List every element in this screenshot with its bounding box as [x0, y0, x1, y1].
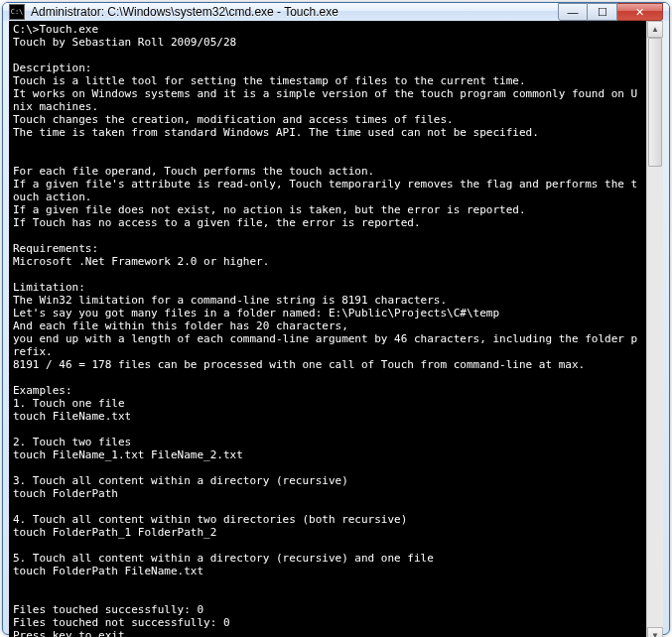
console-area: C:\>Touch.exe Touch by Sebastian Roll 20… — [9, 21, 663, 637]
vertical-scrollbar[interactable]: ▲ ▼ — [646, 21, 663, 637]
maximize-button[interactable]: ☐ — [588, 3, 617, 21]
close-button[interactable]: ✕ — [617, 3, 663, 21]
window-controls: — ☐ ✕ — [558, 3, 663, 21]
scroll-track[interactable] — [647, 38, 663, 627]
console-output[interactable]: C:\>Touch.exe Touch by Sebastian Roll 20… — [9, 21, 646, 637]
titlebar[interactable]: C:\ Administrator: C:\Windows\system32\c… — [3, 3, 669, 21]
scroll-up-button[interactable]: ▲ — [647, 21, 663, 38]
cmd-icon: C:\ — [9, 4, 25, 20]
window-title: Administrator: C:\Windows\system32\cmd.e… — [31, 5, 558, 19]
scroll-down-button[interactable]: ▼ — [647, 627, 663, 637]
minimize-button[interactable]: — — [558, 3, 588, 21]
scroll-thumb[interactable] — [648, 38, 662, 167]
cmd-window: C:\ Administrator: C:\Windows\system32\c… — [2, 2, 670, 635]
